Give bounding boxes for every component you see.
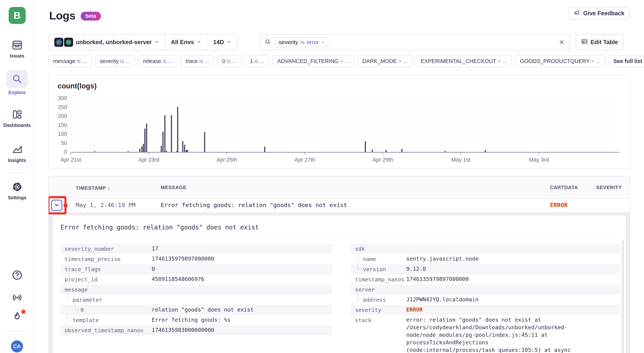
sidebar-item-dashboards[interactable]: Dashboards <box>0 108 34 128</box>
token-remove-icon[interactable] <box>321 41 325 44</box>
kv-key: template <box>72 316 99 324</box>
log-table-row[interactable]: May 1, 2:46:19 PM Error fetching goods: … <box>48 199 630 212</box>
filter-chip[interactable]: 1is... <box>245 55 269 67</box>
gridline <box>71 116 620 117</box>
cell-timestamp: May 1, 2:46:19 PM <box>76 202 136 208</box>
x-tick <box>383 153 383 155</box>
sidebar-item-issues[interactable]: Issues <box>0 39 34 59</box>
detail-kv-row: message <box>60 284 332 294</box>
filter-chip[interactable]: severityis... <box>95 55 135 67</box>
kv-value: error: relation "goods" does not exist a… <box>406 316 620 353</box>
column-header-message[interactable]: MESSAGE <box>161 185 186 190</box>
environment-selector-label: All Envs <box>171 39 194 46</box>
filter-chip[interactable]: releaseis... <box>138 55 178 67</box>
detail-kv-row: timestamp_precise1746135979897000000 <box>60 254 332 264</box>
x-tick <box>539 153 539 155</box>
x-tick-label: Apr 27th <box>282 157 328 163</box>
kv-key: stack <box>355 316 371 324</box>
filter-chip[interactable]: traceis... <box>181 55 214 67</box>
sidebar-item-explore[interactable]: Explore <box>0 70 34 95</box>
filter-chip[interactable]: GOODS_PRODUCTQUERY>... <box>515 55 605 67</box>
x-tick <box>461 153 461 155</box>
filter-chip[interactable]: 0is... <box>218 55 242 67</box>
active-pill <box>6 70 28 88</box>
column-header-severity[interactable]: SEVERITY <box>596 185 622 190</box>
kv-value: Error fetching goods: %s <box>152 316 332 323</box>
detail-title: Error fetching goods: relation "goods" d… <box>60 224 259 231</box>
search-token-severity[interactable]: severity is error <box>275 37 328 47</box>
y-tick-label: 250 <box>52 104 67 110</box>
kv-value: J12PWN42YQ.localdomain <box>406 296 620 303</box>
project-selector[interactable]: unborked, unborked-server <box>48 35 165 50</box>
y-tick-label: 150 <box>52 122 67 128</box>
x-tick-label: May 3rd <box>516 157 562 163</box>
search-input[interactable]: severity is error <box>260 34 570 50</box>
kv-value: 0 <box>152 265 332 273</box>
column-header-cartdata[interactable]: CARTDATA <box>550 185 578 190</box>
chart-bar <box>182 141 183 152</box>
y-tick-label: 50 <box>52 140 67 146</box>
filter-chip[interactable]: DARK_MODE>... <box>358 55 413 67</box>
kv-key: address <box>363 296 386 304</box>
sidebar-item-label: Explore <box>8 90 26 95</box>
org-logo[interactable]: B <box>9 7 26 24</box>
chart-bar <box>264 147 265 152</box>
page-filter-bar: unborked, unborked-server All Envs 14D <box>48 34 238 50</box>
tree-connector <box>358 293 362 300</box>
gridline <box>71 98 620 99</box>
kv-value: 1746135979897000000 <box>406 275 620 283</box>
x-tick <box>149 153 149 155</box>
node-icon <box>64 38 73 47</box>
flame-icon <box>11 311 23 324</box>
table-header: TIMESTAMP ↓ MESSAGE CARTDATA SEVERITY <box>48 176 630 199</box>
gridline <box>71 134 620 134</box>
give-feedback-button[interactable]: Give Feedback <box>568 7 630 20</box>
chart-bar <box>161 146 162 152</box>
detail-scrollbar[interactable] <box>622 240 624 353</box>
chart-title: count(logs) <box>58 82 97 90</box>
environment-selector[interactable]: All Envs <box>165 35 207 50</box>
chart-plot-area: Apr 21stApr 23rdApr 25thApr 27thApr 29th… <box>71 98 620 152</box>
chart-bar <box>166 151 167 152</box>
date-range-selector[interactable]: 14D <box>207 35 237 50</box>
kv-value: relation "goods" does not exist <box>152 306 332 313</box>
detail-kv-row: severityERROR <box>351 305 620 315</box>
x-tick <box>305 153 305 155</box>
filter-chip[interactable]: ADVANCED_FILTERING>... <box>272 55 354 67</box>
project-platform-icons <box>54 38 73 47</box>
detail-kv-row: addressJ12PWN42YQ.localdomain <box>351 294 620 305</box>
token-value: error <box>307 39 318 46</box>
kv-key: observed_timestamp_nanos <box>65 326 144 334</box>
kv-value: 1746135979897000000 <box>152 255 332 262</box>
edit-table-button[interactable]: Edit Table <box>576 34 623 50</box>
kv-key: timestamp_nanos <box>355 276 404 283</box>
page-title: Logs <box>49 9 75 22</box>
megaphone-icon <box>574 9 580 18</box>
notification-dot <box>21 310 26 314</box>
expand-row-button[interactable] <box>51 200 62 211</box>
logs-count-chart: count(logs) 050100150200250300 Apr 21stA… <box>48 75 630 169</box>
kv-key: 0 <box>80 306 84 314</box>
sidebar-item-insights[interactable]: Insights <box>0 143 34 163</box>
kv-key: trace_flags <box>65 265 101 273</box>
sidebar-divider <box>6 173 28 173</box>
cell-severity: ERROR <box>550 202 568 208</box>
broadcast-button[interactable] <box>0 292 34 304</box>
search-clear-icon[interactable] <box>558 39 565 46</box>
y-tick-label: 0 <box>52 149 67 155</box>
kv-key: project_id <box>65 276 98 283</box>
kv-key: name <box>363 255 376 263</box>
sidebar-item-settings[interactable]: Settings <box>0 181 34 200</box>
help-button[interactable] <box>0 269 34 282</box>
filter-chip[interactable]: See full list <box>608 55 644 67</box>
detail-kv-row: version9.12.0 <box>351 264 620 274</box>
y-tick-label: 100 <box>52 131 67 137</box>
whats-new-button[interactable] <box>0 311 34 324</box>
chart-bar <box>146 124 147 152</box>
filter-chip[interactable]: messageis... <box>48 55 92 67</box>
chart-bar <box>176 151 177 152</box>
filter-chip[interactable]: EXPERIMENTAL_CHECKOUT>... <box>416 55 512 67</box>
kv-key: severity_number <box>65 245 114 253</box>
avatar[interactable]: CA <box>11 340 23 352</box>
column-header-timestamp[interactable]: TIMESTAMP ↓ <box>76 185 110 191</box>
